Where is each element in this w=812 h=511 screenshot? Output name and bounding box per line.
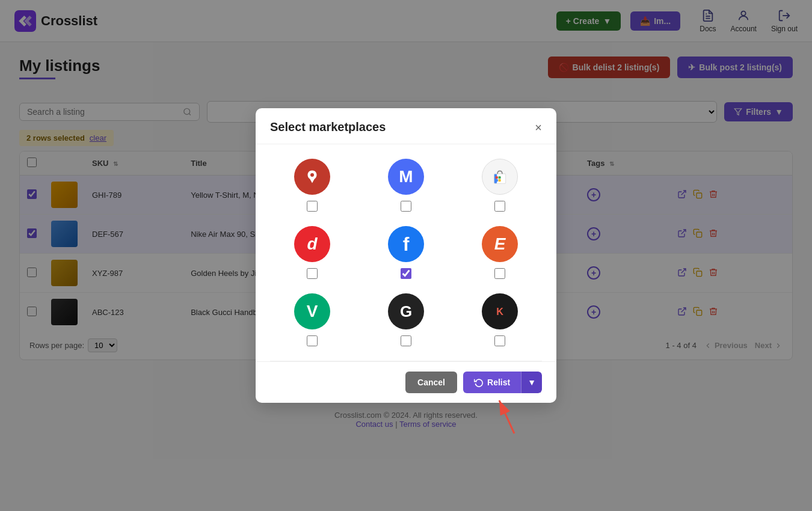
- etsy-checkbox[interactable]: [494, 268, 505, 279]
- relist-label: Relist: [487, 378, 510, 387]
- facebook-logo[interactable]: f: [388, 226, 424, 262]
- grailed-logo[interactable]: G: [388, 293, 424, 329]
- google-checkbox[interactable]: [494, 201, 505, 212]
- modal-footer: Cancel Relist ▼: [256, 361, 556, 403]
- poshmark-logo[interactable]: [294, 159, 330, 195]
- marketplace-grid: M: [270, 159, 542, 346]
- facebook-checkbox[interactable]: [401, 268, 411, 279]
- svg-rect-24: [499, 179, 501, 182]
- svg-text:K: K: [496, 306, 503, 317]
- vinted-logo[interactable]: V: [294, 293, 330, 329]
- poshmark-checkbox[interactable]: [307, 201, 318, 212]
- kidizen-logo[interactable]: K: [482, 293, 518, 329]
- marketplace-item-mercari: M: [364, 159, 448, 212]
- modal-close-button[interactable]: ×: [535, 121, 542, 133]
- svg-rect-21: [496, 176, 498, 179]
- marketplace-item-depop: d: [270, 226, 354, 279]
- modal-title: Select marketplaces: [270, 120, 386, 134]
- etsy-logo[interactable]: E: [482, 226, 518, 262]
- depop-logo[interactable]: d: [294, 226, 330, 262]
- svg-rect-23: [496, 179, 498, 182]
- grailed-checkbox[interactable]: [401, 335, 411, 346]
- marketplace-item-facebook: f: [364, 226, 448, 279]
- mercari-logo[interactable]: M: [388, 159, 424, 195]
- relist-dropdown-button[interactable]: ▼: [521, 372, 542, 393]
- cancel-button[interactable]: Cancel: [405, 372, 457, 393]
- svg-line-28: [499, 400, 514, 433]
- marketplace-item-vinted: V: [270, 293, 354, 346]
- marketplace-item-grailed: G: [364, 293, 448, 346]
- svg-rect-22: [499, 176, 501, 179]
- select-marketplaces-modal: Select marketplaces × M: [256, 108, 556, 403]
- marketplace-item-poshmark: [270, 159, 354, 212]
- modal-body: M: [256, 144, 556, 361]
- marketplace-item-kidizen: K: [458, 293, 542, 346]
- relist-button[interactable]: Relist: [463, 372, 521, 393]
- vinted-checkbox[interactable]: [307, 335, 318, 346]
- modal-header: Select marketplaces ×: [256, 108, 556, 144]
- modal-overlay[interactable]: Select marketplaces × M: [0, 0, 812, 511]
- relist-icon: [474, 378, 484, 387]
- svg-rect-19: [494, 174, 497, 183]
- marketplace-item-etsy: E: [458, 226, 542, 279]
- kidizen-checkbox[interactable]: [494, 335, 505, 346]
- marketplace-item-google: [458, 159, 542, 212]
- google-logo[interactable]: [482, 159, 518, 195]
- red-arrow-indicator: [472, 394, 520, 439]
- mercari-checkbox[interactable]: [401, 201, 411, 212]
- depop-checkbox[interactable]: [307, 268, 318, 279]
- relist-button-group: Relist ▼: [463, 372, 542, 393]
